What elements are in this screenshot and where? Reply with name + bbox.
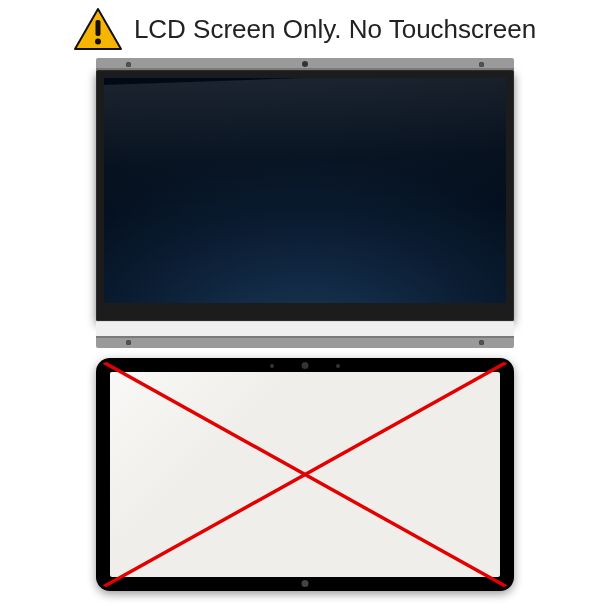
webcam-icon (302, 61, 308, 67)
lcd-screen-illustration (96, 58, 514, 348)
screw-icon (479, 340, 484, 345)
front-camera-icon (302, 362, 309, 369)
svg-rect-1 (95, 20, 100, 36)
product-notice-image: LCD Screen Only. No Touchscreen (0, 0, 610, 610)
glass-reflection (110, 372, 500, 536)
screw-icon (479, 62, 484, 67)
home-button-icon (302, 580, 309, 587)
screen-reflection (104, 78, 506, 223)
mic-dot-icon (336, 364, 340, 368)
touchscreen-frame (96, 358, 514, 591)
lcd-bottom-edge (96, 321, 514, 336)
touchscreen-glass (110, 372, 500, 577)
header-text: LCD Screen Only. No Touchscreen (134, 14, 536, 45)
warning-icon (74, 8, 122, 50)
lcd-bezel (96, 70, 514, 321)
lcd-mount-bracket-bottom (96, 336, 514, 348)
header: LCD Screen Only. No Touchscreen (0, 8, 610, 50)
touchscreen-illustration (96, 358, 514, 591)
mic-dot-icon (270, 364, 274, 368)
svg-point-2 (95, 39, 101, 45)
screw-icon (126, 340, 131, 345)
lcd-display-area (104, 78, 506, 303)
lcd-mount-bracket-top (96, 58, 514, 70)
screw-icon (126, 62, 131, 67)
